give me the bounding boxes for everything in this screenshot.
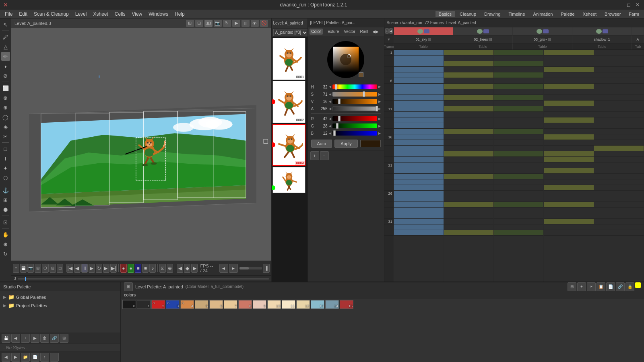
swatch-3[interactable]: A3: [166, 300, 180, 309]
video-btn[interactable]: ▶: [232, 20, 240, 27]
play-btn[interactable]: ▶: [89, 264, 95, 273]
xsheet-cell[interactable]: [594, 67, 644, 72]
pause-btn[interactable]: ⏸: [81, 264, 88, 273]
xsheet-cell[interactable]: [494, 196, 543, 202]
xsheet-cell[interactable]: [494, 162, 543, 168]
col1-lock-icon[interactable]: [424, 29, 429, 33]
swatch-12[interactable]: 12: [296, 300, 310, 309]
iron-tool[interactable]: ◈: [1, 122, 10, 131]
xsheet-cell[interactable]: [594, 61, 644, 67]
xsheet-cell[interactable]: [444, 140, 493, 146]
xsheet-cell[interactable]: [544, 151, 593, 157]
menu-level[interactable]: Level: [72, 10, 90, 18]
xsheet-cell[interactable]: [544, 56, 593, 61]
slider-a-inc[interactable]: ▶: [378, 107, 381, 111]
lp-grid-btn[interactable]: ⊞: [124, 282, 133, 291]
palette-remove-icon[interactable]: −: [320, 151, 329, 160]
menu-help[interactable]: Help: [171, 10, 188, 18]
xsheet-cell[interactable]: [494, 146, 543, 151]
menu-view[interactable]: View: [128, 10, 145, 18]
xsheet-cell[interactable]: [444, 208, 493, 213]
filmstrip-item-3[interactable]: 0003: [272, 124, 307, 166]
cutter-tool[interactable]: ✂: [1, 132, 10, 141]
xsheet-cell[interactable]: [594, 213, 644, 219]
xsheet-cell[interactable]: [394, 61, 444, 67]
xsheet-cell[interactable]: [394, 112, 444, 117]
workspace-drawing[interactable]: Drawing: [481, 11, 504, 17]
xsheet-cell[interactable]: [444, 106, 493, 112]
slider-g-inc[interactable]: ▶: [378, 124, 381, 128]
workspace-browser[interactable]: Browser: [601, 11, 624, 17]
xsheet-cell[interactable]: [594, 146, 644, 151]
col4-lock-icon[interactable]: [603, 29, 608, 33]
solid-btn[interactable]: ■: [142, 264, 149, 273]
sp-new-btn[interactable]: ⊞: [60, 334, 68, 343]
xsheet-cell[interactable]: [544, 67, 593, 72]
xsheet-cell[interactable]: [394, 146, 444, 151]
xsheet-cell[interactable]: [394, 106, 444, 112]
xsheet-cell[interactable]: [494, 219, 543, 224]
pump-tool[interactable]: ⊛: [1, 93, 10, 102]
xsheet-cell[interactable]: [544, 101, 593, 106]
xsheet-cell[interactable]: [394, 67, 444, 72]
xsheet-cell[interactable]: [544, 72, 593, 78]
xsheet-cell[interactable]: [594, 224, 644, 230]
xsheet-cell[interactable]: [444, 67, 493, 72]
xsheet-cell[interactable]: [494, 179, 543, 185]
blue-btn[interactable]: ■: [135, 264, 141, 273]
filmstrip-item-2[interactable]: 0002: [272, 81, 307, 123]
xsheet-cell[interactable]: [394, 202, 444, 208]
xsheet-cell[interactable]: [394, 151, 444, 157]
xsheet-cell[interactable]: [594, 168, 644, 174]
xsheet-cell[interactable]: [594, 129, 644, 134]
xsheet-cell[interactable]: [544, 61, 593, 67]
xsheet-cell[interactable]: [444, 129, 493, 134]
col2-lock-icon[interactable]: [483, 29, 489, 33]
xsheet-cell[interactable]: [394, 157, 444, 162]
camera-stand-btn[interactable]: 📷: [214, 20, 222, 27]
slider-s-inc[interactable]: ▶: [378, 93, 381, 96]
xsheet-cell[interactable]: [544, 168, 593, 174]
workspace-timeline[interactable]: Timeline: [505, 11, 528, 17]
xsheet-cell[interactable]: [394, 168, 444, 174]
auto-button[interactable]: Auto: [311, 140, 332, 148]
xsheet-cell[interactable]: [394, 50, 444, 56]
xsheet-cell[interactable]: [494, 230, 543, 236]
swatch-2[interactable]: A2: [151, 300, 165, 309]
xsheet-cell[interactable]: [444, 101, 493, 106]
xsheet-cell[interactable]: [594, 202, 644, 208]
xsheet-cell[interactable]: [444, 112, 493, 117]
sp-delete-btn[interactable]: 🗑: [40, 334, 49, 343]
xsheet-cell[interactable]: [544, 224, 593, 230]
xsheet-cell[interactable]: [494, 56, 543, 61]
tab-texture[interactable]: Texture: [324, 29, 341, 35]
xsheet-cell[interactable]: [444, 123, 493, 129]
swatch-8[interactable]: 8: [238, 300, 252, 309]
slider-v-inc[interactable]: ▶: [378, 100, 381, 103]
restore-button[interactable]: ◻: [625, 2, 632, 8]
preview-btn[interactable]: ◻: [57, 264, 63, 273]
col1-eye-icon[interactable]: [417, 29, 423, 34]
slider-g-dec[interactable]: ◀: [329, 124, 331, 128]
xsheet-cell[interactable]: [544, 78, 593, 84]
xsheet-cell[interactable]: [444, 213, 493, 219]
xsheet-cell[interactable]: [544, 157, 593, 162]
fps-up[interactable]: ▶: [229, 264, 238, 273]
xsheet-cell[interactable]: [594, 78, 644, 84]
table-btn[interactable]: ⊟: [195, 20, 203, 27]
xsheet-cell[interactable]: [544, 106, 593, 112]
palette-add-icon[interactable]: +: [310, 151, 319, 160]
xsheet-cell[interactable]: [394, 174, 444, 179]
sub-btn[interactable]: ⊟: [50, 264, 56, 273]
xsheet-cell[interactable]: [544, 191, 593, 196]
xsheet-cell[interactable]: [544, 89, 593, 95]
pause-btn[interactable]: ⏸: [242, 20, 250, 27]
xsheet-cell[interactable]: [444, 95, 493, 101]
grid-btn[interactable]: ⊞: [186, 20, 194, 27]
xsheet-cell[interactable]: [394, 84, 444, 89]
xsheet-cell[interactable]: [594, 140, 644, 146]
xsheet-cell[interactable]: [394, 179, 444, 185]
col3-lock-icon[interactable]: [543, 29, 549, 33]
slider-h-track[interactable]: [332, 84, 377, 89]
slider-b-dec[interactable]: ◀: [329, 132, 331, 135]
